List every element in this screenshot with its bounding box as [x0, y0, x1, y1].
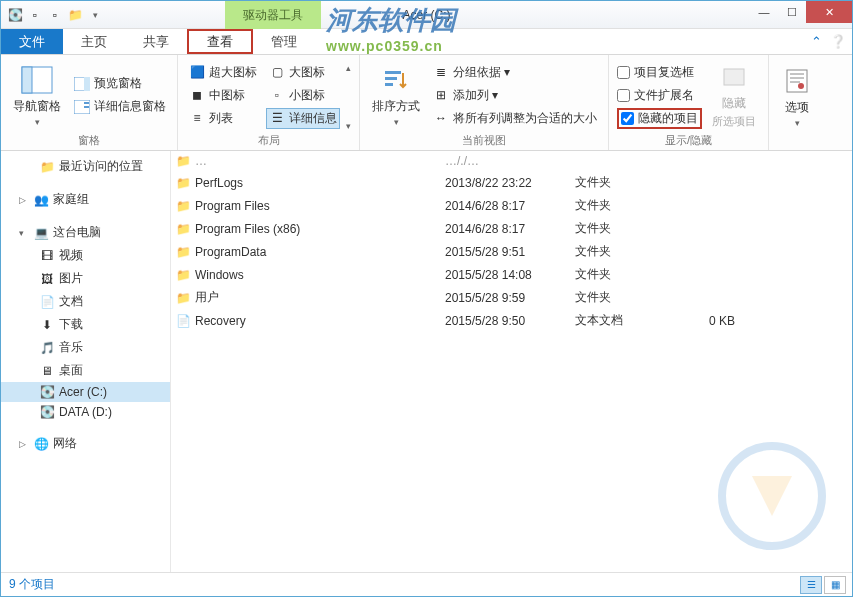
layout-m-icons[interactable]: ◼中图标: [186, 85, 260, 106]
navigation-pane-button[interactable]: 导航窗格 ▾: [9, 59, 65, 131]
qat-dropdown-icon[interactable]: ▾: [87, 7, 103, 23]
tree-item-label: 视频: [59, 247, 83, 264]
layout-scroll-down-icon[interactable]: ▾: [346, 121, 351, 131]
details-view-toggle[interactable]: ☰: [800, 576, 822, 594]
tree-item[interactable]: 💽Acer (C:): [1, 382, 170, 402]
tree-item-label: 下载: [59, 316, 83, 333]
tree-item-icon: 🎞: [39, 249, 55, 263]
layout-list[interactable]: ≡列表: [186, 108, 260, 129]
file-date: 2013/8/22 23:22: [445, 176, 575, 190]
file-row[interactable]: 📁Program Files2014/6/28 8:17文件夹: [171, 194, 852, 217]
chk-file-extensions[interactable]: 文件扩展名: [617, 85, 702, 106]
file-type: 文件夹: [575, 243, 665, 260]
file-size: 0 KB: [665, 314, 735, 328]
folder-icon: 📁: [171, 154, 195, 168]
close-button[interactable]: ✕: [806, 1, 852, 23]
tree-item-icon: 💽: [39, 385, 55, 399]
file-type: 文件夹: [575, 220, 665, 237]
tree-item[interactable]: ⬇下载: [1, 313, 170, 336]
file-row[interactable]: 📁Program Files (x86)2014/6/28 8:17文件夹: [171, 217, 852, 240]
file-date: 2015/5/28 9:59: [445, 291, 575, 305]
folder-icon: 📁: [171, 199, 195, 213]
autosize-button[interactable]: ↔将所有列调整为合适的大小: [430, 108, 600, 129]
tab-home[interactable]: 主页: [63, 29, 125, 54]
tab-file[interactable]: 文件: [1, 29, 63, 54]
qat-props-icon[interactable]: ▫: [47, 7, 63, 23]
file-date: 2015/5/28 9:50: [445, 314, 575, 328]
sort-button[interactable]: 排序方式 ▾: [368, 59, 424, 131]
folder-icon: 📁: [171, 291, 195, 305]
window-title: Acer (C:): [403, 8, 451, 22]
file-list[interactable]: 📁 … …/./… 📁PerfLogs2013/8/22 23:22文件夹📁Pr…: [171, 151, 852, 572]
tree-item[interactable]: 📁最近访问的位置: [1, 155, 170, 178]
file-row[interactable]: 📁PerfLogs2013/8/22 23:22文件夹: [171, 171, 852, 194]
tree-item-label: DATA (D:): [59, 405, 112, 419]
layout-xl-icons[interactable]: 🟦超大图标: [186, 62, 260, 83]
file-row[interactable]: 📁ProgramData2015/5/28 9:51文件夹: [171, 240, 852, 263]
navigation-tree[interactable]: 📁最近访问的位置▷👥家庭组▾💻这台电脑🎞视频🖼图片📄文档⬇下载🎵音乐🖥桌面💽Ac…: [1, 151, 171, 572]
preview-pane-button[interactable]: 预览窗格: [71, 73, 169, 94]
file-row[interactable]: 📁用户2015/5/28 9:59文件夹: [171, 286, 852, 309]
ribbon-group-panes: 导航窗格 ▾ 预览窗格 详细信息窗格 窗格: [1, 55, 178, 150]
file-type: 文件夹: [575, 289, 665, 306]
layout-details[interactable]: ☰详细信息: [266, 108, 340, 129]
tree-item-icon: 📄: [39, 295, 55, 309]
tab-manage[interactable]: 管理: [253, 29, 315, 54]
sort-icon: [380, 64, 412, 96]
tree-item[interactable]: 💽DATA (D:): [1, 402, 170, 422]
tab-view[interactable]: 查看: [187, 29, 253, 54]
layout-l-icons[interactable]: ▢大图标: [266, 62, 340, 83]
addcolumn-button[interactable]: ⊞添加列 ▾: [430, 85, 600, 106]
file-name: Program Files: [195, 199, 445, 213]
tree-item[interactable]: 🎞视频: [1, 244, 170, 267]
help-icon[interactable]: ❔: [830, 34, 846, 49]
tree-item-icon: 🖼: [39, 272, 55, 286]
qat-save-icon[interactable]: ▫: [27, 7, 43, 23]
file-row-partial[interactable]: 📁 … …/./…: [171, 151, 852, 171]
svg-rect-7: [385, 71, 401, 74]
tree-item[interactable]: 🎵音乐: [1, 336, 170, 359]
tree-item[interactable]: ▾💻这台电脑: [1, 221, 170, 244]
file-type: 文本文档: [575, 312, 665, 329]
tree-item[interactable]: 📄文档: [1, 290, 170, 313]
ribbon-group-options: 选项 ▾: [769, 55, 825, 150]
tree-item[interactable]: 🖼图片: [1, 267, 170, 290]
tree-item-icon: 🌐: [33, 437, 49, 451]
chk-item-checkboxes[interactable]: 项目复选框: [617, 62, 702, 83]
ribbon-group-showhide-label: 显示/隐藏: [617, 131, 760, 148]
file-row[interactable]: 📄Recovery2015/5/28 9:50文本文档0 KB: [171, 309, 852, 332]
status-bar: 9 个项目 ☰ ▦: [1, 572, 852, 596]
ribbon-group-currentview: 排序方式 ▾ ≣分组依据 ▾ ⊞添加列 ▾ ↔将所有列调整为合适的大小 当前视图: [360, 55, 609, 150]
maximize-button[interactable]: ☐: [778, 1, 806, 23]
groupby-button[interactable]: ≣分组依据 ▾: [430, 62, 600, 83]
main-area: 📁最近访问的位置▷👥家庭组▾💻这台电脑🎞视频🖼图片📄文档⬇下载🎵音乐🖥桌面💽Ac…: [1, 151, 852, 572]
svg-rect-1: [22, 67, 32, 93]
thumbnails-view-toggle[interactable]: ▦: [824, 576, 846, 594]
chk-hidden-items[interactable]: 隐藏的项目: [617, 108, 702, 129]
tab-share[interactable]: 共享: [125, 29, 187, 54]
folder-icon: 📁: [171, 176, 195, 190]
tree-item-label: 音乐: [59, 339, 83, 356]
file-row[interactable]: 📁Windows2015/5/28 14:08文件夹: [171, 263, 852, 286]
layout-s-icons[interactable]: ▫小图标: [266, 85, 340, 106]
options-button[interactable]: 选项 ▾: [777, 59, 817, 134]
layout-scroll-up-icon[interactable]: ▴: [346, 63, 351, 73]
preview-pane-icon: [74, 76, 90, 92]
minimize-ribbon-icon[interactable]: ⌃: [811, 34, 822, 49]
autosize-icon: ↔: [433, 110, 449, 126]
ribbon-group-panes-label: 窗格: [9, 131, 169, 148]
svg-rect-9: [385, 83, 393, 86]
details-pane-button[interactable]: 详细信息窗格: [71, 96, 169, 117]
hide-icon: [718, 61, 750, 93]
file-date: 2015/5/28 14:08: [445, 268, 575, 282]
tree-item-icon: 👥: [33, 193, 49, 207]
drive-icon: 💽: [7, 7, 23, 23]
tree-item-icon: 💽: [39, 405, 55, 419]
tree-item[interactable]: ▷🌐网络: [1, 432, 170, 455]
tree-item[interactable]: ▷👥家庭组: [1, 188, 170, 211]
tree-item-label: 家庭组: [53, 191, 89, 208]
file-date: 2014/6/28 8:17: [445, 222, 575, 236]
minimize-button[interactable]: —: [750, 1, 778, 23]
addcol-icon: ⊞: [433, 87, 449, 103]
tree-item[interactable]: 🖥桌面: [1, 359, 170, 382]
